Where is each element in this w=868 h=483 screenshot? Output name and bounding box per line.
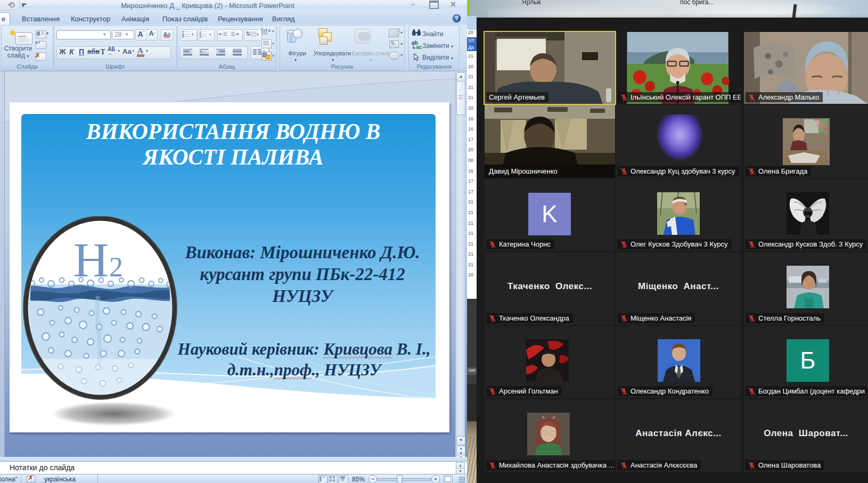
- svg-text:A: A: [268, 28, 271, 33]
- svg-text:2: 2: [109, 252, 123, 282]
- svg-text:H: H: [73, 233, 109, 287]
